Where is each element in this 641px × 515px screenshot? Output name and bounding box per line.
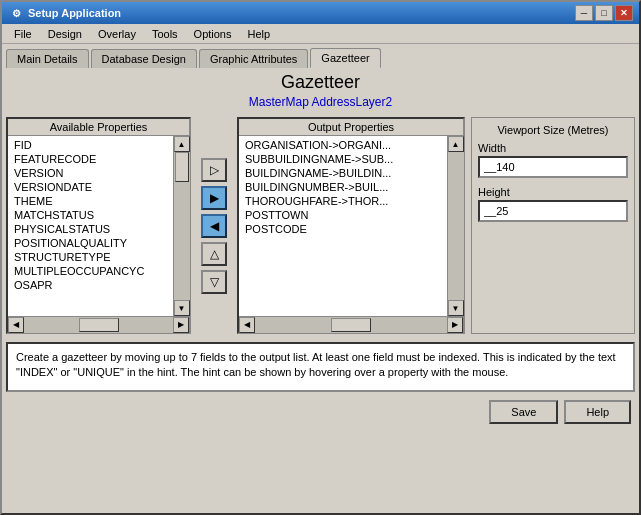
move-down-button[interactable]: ▽ (201, 270, 227, 294)
properties-section: Available Properties FID FEATURECODE VER… (6, 117, 635, 334)
help-button[interactable]: Help (564, 400, 631, 424)
list-item[interactable]: VERSIONDATE (8, 180, 173, 194)
scroll-down-btn[interactable]: ▼ (448, 300, 464, 316)
list-item[interactable]: BUILDINGNAME->BUILDIN... (239, 166, 447, 180)
title-bar: ⚙ Setup Application ─ □ ✕ (2, 2, 639, 24)
menu-bar: File Design Overlay Tools Options Help (2, 24, 639, 44)
list-item[interactable]: THOROUGHFARE->THOR... (239, 194, 447, 208)
height-input[interactable] (478, 200, 628, 222)
list-item[interactable]: MATCHSTATUS (8, 208, 173, 222)
menu-file[interactable]: File (6, 26, 40, 42)
height-field: Height (478, 186, 628, 222)
tabs-bar: Main Details Database Design Graphic Att… (2, 44, 639, 68)
scroll-track[interactable] (174, 152, 190, 300)
minimize-button[interactable]: ─ (575, 5, 593, 21)
list-item[interactable]: POSTCODE (239, 222, 447, 236)
available-properties-label: Available Properties (8, 119, 189, 136)
available-properties-inner: FID FEATURECODE VERSION VERSIONDATE THEM… (8, 136, 189, 316)
window-body: Gazetteer MasterMap AddressLayer2 Availa… (2, 68, 639, 513)
list-item[interactable]: VERSION (8, 166, 173, 180)
height-label: Height (478, 186, 628, 198)
list-item[interactable]: MULTIPLEOCCUPANCYC (8, 264, 173, 278)
tab-database-design[interactable]: Database Design (91, 49, 197, 68)
bottom-buttons: Save Help (6, 400, 635, 424)
move-left-button[interactable]: ◀ (201, 214, 227, 238)
save-button[interactable]: Save (489, 400, 558, 424)
list-item[interactable]: FID (8, 138, 173, 152)
width-input[interactable] (478, 156, 628, 178)
window-title: Setup Application (28, 7, 121, 19)
list-item[interactable]: POSITIONALQUALITY (8, 236, 173, 250)
viewport-size-title: Viewport Size (Metres) (478, 124, 628, 136)
output-properties-inner: ORGANISATION->ORGANI... SUBBUILDINGNAME-… (239, 136, 463, 316)
list-item[interactable]: POSTTOWN (239, 208, 447, 222)
menu-tools[interactable]: Tools (144, 26, 186, 42)
available-properties-scrollbar[interactable]: ▲ ▼ (173, 136, 189, 316)
list-item[interactable]: SUBBUILDINGNAME->SUB... (239, 152, 447, 166)
menu-overlay[interactable]: Overlay (90, 26, 144, 42)
gazetteer-title: Gazetteer (6, 72, 635, 93)
output-properties-scrollbar[interactable]: ▲ ▼ (447, 136, 463, 316)
hscroll-right-btn[interactable]: ▶ (447, 317, 463, 333)
scroll-up-btn[interactable]: ▲ (448, 136, 464, 152)
output-properties-hscroll[interactable]: ◀ ▶ (239, 316, 463, 332)
move-right-all-button[interactable]: ▶ (201, 186, 227, 210)
viewport-size-section: Viewport Size (Metres) Width Height (471, 117, 635, 334)
gazetteer-subtitle: MasterMap AddressLayer2 (6, 95, 635, 109)
scroll-track[interactable] (448, 152, 464, 300)
list-item[interactable]: ORGANISATION->ORGANI... (239, 138, 447, 152)
scroll-up-btn[interactable]: ▲ (174, 136, 190, 152)
tab-graphic-attributes[interactable]: Graphic Attributes (199, 49, 308, 68)
width-field: Width (478, 142, 628, 178)
hscroll-thumb[interactable] (79, 318, 119, 332)
close-button[interactable]: ✕ (615, 5, 633, 21)
main-window: ⚙ Setup Application ─ □ ✕ File Design Ov… (0, 0, 641, 515)
tab-main-details[interactable]: Main Details (6, 49, 89, 68)
list-item[interactable]: OSAPR (8, 278, 173, 292)
list-item[interactable]: STRUCTURETYPE (8, 250, 173, 264)
list-item[interactable]: BUILDINGNUMBER->BUIL... (239, 180, 447, 194)
menu-design[interactable]: Design (40, 26, 90, 42)
tab-gazetteer[interactable]: Gazetteer (310, 48, 380, 68)
move-right-one-button[interactable]: ▷ (201, 158, 227, 182)
window-controls: ─ □ ✕ (575, 5, 633, 21)
output-properties-list[interactable]: ORGANISATION->ORGANI... SUBBUILDINGNAME-… (239, 136, 447, 316)
list-item[interactable]: THEME (8, 194, 173, 208)
available-properties-container: Available Properties FID FEATURECODE VER… (6, 117, 191, 334)
available-properties-list[interactable]: FID FEATURECODE VERSION VERSIONDATE THEM… (8, 136, 173, 316)
list-item[interactable]: FEATURECODE (8, 152, 173, 166)
maximize-button[interactable]: □ (595, 5, 613, 21)
menu-help[interactable]: Help (240, 26, 279, 42)
output-properties-container: Output Properties ORGANISATION->ORGANI..… (237, 117, 465, 334)
hscroll-track[interactable] (24, 317, 173, 333)
app-icon: ⚙ (8, 5, 24, 21)
transfer-buttons: ▷ ▶ ◀ △ ▽ (197, 117, 231, 334)
move-up-button[interactable]: △ (201, 242, 227, 266)
list-item[interactable]: PHYSICALSTATUS (8, 222, 173, 236)
hscroll-left-btn[interactable]: ◀ (8, 317, 24, 333)
hscroll-left-btn[interactable]: ◀ (239, 317, 255, 333)
hscroll-thumb[interactable] (331, 318, 371, 332)
output-properties-label: Output Properties (239, 119, 463, 136)
menu-options[interactable]: Options (186, 26, 240, 42)
hint-area: Create a gazetteer by moving up to 7 fie… (6, 342, 635, 392)
scroll-down-btn[interactable]: ▼ (174, 300, 190, 316)
hscroll-track[interactable] (255, 317, 447, 333)
available-properties-hscroll[interactable]: ◀ ▶ (8, 316, 189, 332)
scroll-thumb[interactable] (175, 152, 189, 182)
hscroll-right-btn[interactable]: ▶ (173, 317, 189, 333)
width-label: Width (478, 142, 628, 154)
